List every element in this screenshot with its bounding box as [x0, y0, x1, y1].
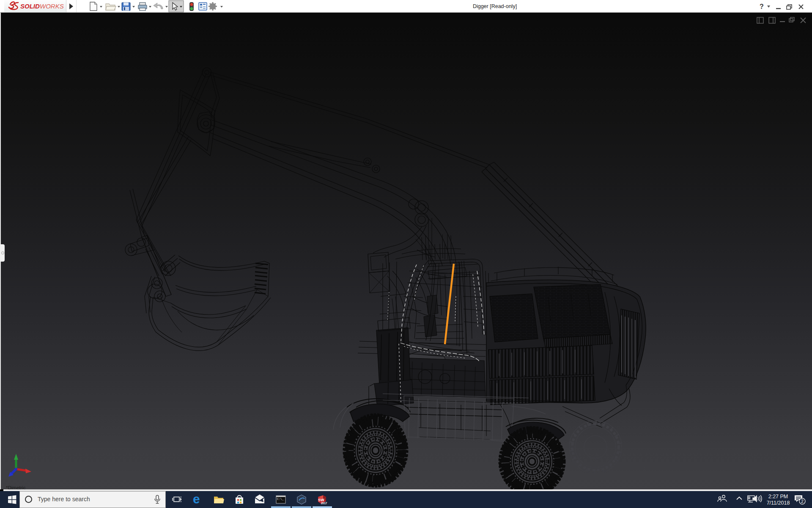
svg-text:2017: 2017: [321, 502, 327, 505]
svg-text:?: ?: [760, 3, 764, 10]
svg-text:2:27 PM: 2:27 PM: [768, 494, 788, 500]
svg-text:7/11/2018: 7/11/2018: [767, 500, 790, 506]
svg-text:C:\_: C:\_: [277, 498, 284, 501]
svg-text:2: 2: [801, 499, 804, 504]
